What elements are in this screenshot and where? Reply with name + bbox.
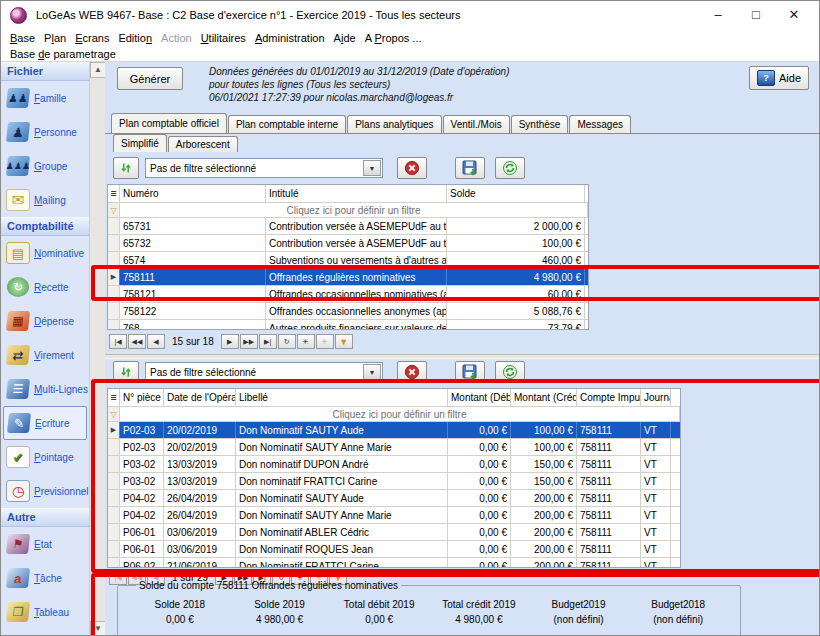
sidebar-item-mailing[interactable]: ✉Mailing [1, 183, 89, 217]
pager-prev-icon[interactable]: ◀◀ [128, 334, 146, 349]
maximize-button[interactable]: □ [737, 3, 775, 27]
table-filter-row[interactable]: ▽Cliquez ici pour définir un filtre [108, 407, 680, 422]
table-row[interactable]: 768Autres produits financiers sur valeur… [108, 320, 588, 330]
tab-synth-se[interactable]: Synthèse [511, 115, 569, 133]
menu-item-utilitaires[interactable]: Utilitaires [201, 32, 246, 44]
sidebar-item-tableau[interactable]: ❐Tableau [1, 595, 89, 629]
sidebar-section-autre[interactable]: Autre [1, 508, 89, 527]
table-row[interactable]: P03-0213/03/2019Don nominatif DUPON Andr… [108, 456, 680, 473]
tab-plans-analytiques[interactable]: Plans analytiques [347, 115, 441, 133]
column-header-montant-cr-dit-[interactable]: Montant (Crédit) [511, 389, 577, 406]
table-row[interactable]: ▶758111Offrandes régulières nominatives4… [108, 269, 588, 286]
sidebar-section-fichier[interactable]: Fichier [1, 62, 89, 81]
scroll-up-icon[interactable]: ▲ [90, 62, 106, 78]
entries-filter-bar: Pas de filtre sélectionné ▼ [113, 360, 525, 384]
minimize-button[interactable]: – [699, 3, 737, 27]
tab-plan-comptable-interne[interactable]: Plan comptable interne [228, 115, 346, 133]
sidebar-item-pointage[interactable]: ✔Pointage [1, 440, 89, 474]
table-row[interactable]: P06-0103/06/2019Don Nominatif ABLER Cédr… [108, 524, 680, 541]
menu-item-base-de-parametrage[interactable]: Base de parametrage [10, 48, 116, 60]
pager-prev-icon[interactable]: |◀ [109, 334, 127, 349]
column-header-date-de-l-op-ration[interactable]: Date de l'Opération [164, 389, 236, 406]
subtab-arborescent[interactable]: Arborescent [168, 136, 238, 152]
sidebar-item-etat[interactable]: ⚑Etat [1, 527, 89, 561]
table-row[interactable]: 65731Contribution versée à ASEMEPUdF au … [108, 218, 588, 235]
sidebar-item-multi-lignes[interactable]: ☰Multi-Lignes [1, 372, 89, 406]
sidebar-item-d-pense[interactable]: ▦Dépense [1, 304, 89, 338]
pager-next-icon[interactable]: ✳ [316, 334, 334, 349]
pager-next-icon[interactable]: ↻ [278, 334, 296, 349]
menu-item-a-propos-[interactable]: A Propos ... [365, 32, 422, 44]
close-button[interactable]: ✕ [775, 3, 813, 27]
sidebar-item-virement[interactable]: ⇄Virement [1, 338, 89, 372]
help-button[interactable]: ? Aide [749, 66, 809, 90]
sort-button[interactable] [113, 157, 139, 179]
chevron-down-icon[interactable]: ▼ [363, 160, 381, 176]
splitter[interactable] [105, 354, 820, 359]
save-filter-button[interactable] [455, 157, 485, 179]
filter-dropdown[interactable]: Pas de filtre sélectionné ▼ [145, 158, 383, 178]
column-header-num-ro[interactable]: Numéro [120, 185, 266, 202]
table-row[interactable]: P02-0320/02/2019Don Nominatif SAUTY Anne… [108, 439, 680, 456]
sort-button[interactable] [113, 361, 139, 383]
sidebar-item-groupe[interactable]: ♟♟♟Groupe [1, 149, 89, 183]
column-header-intitul-[interactable]: Intitulé [266, 185, 447, 202]
menu-item-ecrans[interactable]: Ecrans [75, 32, 109, 44]
sidebar-item-nominative[interactable]: ▤Nominative [1, 236, 89, 270]
table-filter-row[interactable]: ▽Cliquez ici pour définir un filtre [108, 203, 588, 218]
pager-next-icon[interactable]: ▶ [221, 334, 239, 349]
chevron-down-icon[interactable]: ▼ [363, 364, 381, 380]
pager-next-icon[interactable]: ▶| [259, 334, 277, 349]
clear-filter-button[interactable] [397, 361, 427, 383]
tab-ventil-mois[interactable]: Ventil./Mois [443, 115, 510, 133]
table-row[interactable]: ▶P02-0320/02/2019Don Nominatif SAUTY Aud… [108, 422, 680, 439]
table-row[interactable]: 65732Contribution versée à ASEMEPUdF au … [108, 235, 588, 252]
generate-button[interactable]: Générer [117, 67, 183, 90]
pager-prev-icon[interactable]: ◀ [147, 334, 165, 349]
table-row[interactable]: P04-0226/04/2019Don Nominatif SAUTY Anne… [108, 507, 680, 524]
column-header-n-pi-ce[interactable]: N° pièce [120, 389, 164, 406]
menu-item-administration[interactable]: Administration [255, 32, 325, 44]
table-row[interactable]: 6574Subventions ou versements à d'autres… [108, 252, 588, 269]
sidebar-item-t-che[interactable]: aTâche [1, 561, 89, 595]
menu-item-aide[interactable]: Aide [334, 32, 356, 44]
column-header-libell-[interactable]: Libellé [236, 389, 448, 406]
menu-bar-secondary: Base de parametrage [1, 46, 819, 62]
refresh-button[interactable] [495, 157, 525, 179]
tab-messages[interactable]: Messages [569, 115, 631, 133]
summary-item-budget2018: Budget2018(non défini) [628, 597, 728, 627]
clear-filter-button[interactable] [397, 157, 427, 179]
table-row[interactable]: 758122Offrandes occasionnelles anonymes … [108, 303, 588, 320]
menu-item-edition[interactable]: Edition [118, 32, 152, 44]
subtab-simplifi-[interactable]: Simplifié [113, 134, 167, 152]
tab-plan-comptable-officiel[interactable]: Plan comptable officiel [111, 113, 227, 133]
sidebar-item-recette[interactable]: ↻Recette [1, 270, 89, 304]
pager-filter-icon[interactable]: ▼ [335, 334, 353, 349]
column-header-compte-imput-[interactable]: Compte Imputé [577, 389, 641, 406]
pager-next-icon[interactable]: ✳ [297, 334, 315, 349]
cell-solde: 460,00 € [447, 252, 585, 268]
menu-item-base[interactable]: Base [10, 32, 35, 44]
sidebar-item-previsionnel[interactable]: ◷Previsionnel [1, 474, 89, 508]
column-header-journal[interactable]: Journal [641, 389, 671, 406]
sidebar-item-personne[interactable]: ♟Personne [1, 115, 89, 149]
column-header-solde[interactable]: Solde [447, 185, 585, 202]
menu-item-plan[interactable]: Plan [44, 32, 66, 44]
row-selector-cell [108, 286, 120, 302]
sidebar-item-ecriture[interactable]: ✎Ecriture [3, 406, 87, 440]
cell-date: 13/03/2019 [164, 456, 236, 472]
table-row[interactable]: 758121Offrandes occasionnelles nominativ… [108, 286, 588, 303]
save-filter-button[interactable] [455, 361, 485, 383]
refresh-button[interactable] [495, 361, 525, 383]
table-row[interactable]: P03-0213/03/2019Don nominatif FRATTCI Ca… [108, 473, 680, 490]
filter-dropdown[interactable]: Pas de filtre sélectionné ▼ [145, 362, 383, 382]
table-row[interactable]: P04-0226/04/2019Don Nominatif SAUTY Aude… [108, 490, 680, 507]
sidebar-item-pointeuse[interactable]: ◷Pointeuse [1, 629, 89, 636]
sidebar-section-comptabilit-[interactable]: Comptabilité [1, 217, 89, 236]
table-row[interactable]: P06-0221/06/2019Don Nominatif FRATTCI Ca… [108, 558, 680, 568]
table-row[interactable]: P06-0103/06/2019Don Nominatif ROQUES Jea… [108, 541, 680, 558]
pager-next-icon[interactable]: ▶▶ [240, 334, 258, 349]
scroll-down-icon[interactable]: ▼ [90, 621, 106, 636]
sidebar-item-famille[interactable]: ♟♟Famille [1, 81, 89, 115]
column-header-montant-d-bit-[interactable]: Montant (Débit) [448, 389, 511, 406]
